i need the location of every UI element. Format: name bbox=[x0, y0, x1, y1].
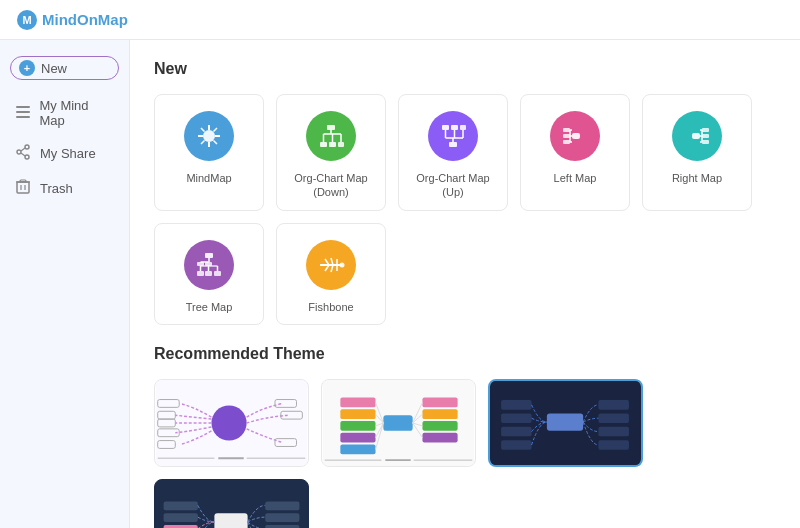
svg-rect-131 bbox=[265, 513, 299, 522]
svg-rect-125 bbox=[214, 513, 247, 528]
svg-rect-2 bbox=[16, 106, 30, 108]
svg-rect-26 bbox=[329, 142, 336, 147]
svg-rect-103 bbox=[422, 397, 457, 407]
theme-preview-2 bbox=[322, 380, 475, 466]
right-map-icon bbox=[672, 111, 722, 161]
theme-preview-1 bbox=[155, 380, 308, 466]
svg-rect-43 bbox=[563, 128, 570, 132]
svg-line-9 bbox=[21, 153, 25, 156]
svg-rect-104 bbox=[422, 409, 457, 419]
svg-rect-25 bbox=[320, 142, 327, 147]
new-section-title: New bbox=[154, 60, 776, 78]
left-map-icon bbox=[550, 111, 600, 161]
svg-rect-51 bbox=[702, 128, 709, 132]
svg-rect-61 bbox=[197, 271, 204, 276]
main-layout: + New My Mind Map My Share Trash New bbox=[0, 40, 800, 528]
svg-rect-115 bbox=[547, 413, 583, 430]
svg-rect-92 bbox=[383, 415, 412, 431]
map-card-tree-map[interactable]: Tree Map bbox=[154, 223, 264, 325]
sidebar-my-mind-map-label: My Mind Map bbox=[39, 98, 115, 128]
svg-rect-24 bbox=[327, 125, 335, 130]
svg-rect-95 bbox=[340, 421, 375, 431]
svg-rect-27 bbox=[338, 142, 344, 147]
svg-rect-36 bbox=[460, 125, 466, 130]
theme-card-dark-navy[interactable] bbox=[154, 479, 309, 528]
theme-card-light-purple[interactable] bbox=[154, 379, 309, 467]
svg-point-77 bbox=[340, 262, 345, 267]
svg-line-21 bbox=[214, 128, 218, 132]
sidebar-item-new[interactable]: + New bbox=[10, 56, 119, 80]
sidebar-item-trash[interactable]: Trash bbox=[0, 171, 129, 206]
svg-point-6 bbox=[17, 150, 21, 154]
map-card-right-map[interactable]: Right Map bbox=[642, 94, 752, 211]
svg-rect-63 bbox=[214, 271, 221, 276]
svg-rect-52 bbox=[702, 134, 709, 138]
tree-map-icon bbox=[184, 240, 234, 290]
map-card-fishbone[interactable]: Fishbone bbox=[276, 223, 386, 325]
content-area: New MindMap Org-Chart Map (Down) bbox=[130, 40, 800, 528]
svg-rect-94 bbox=[340, 409, 375, 419]
logo-text: MindOnMap bbox=[42, 11, 128, 28]
sidebar-my-share-label: My Share bbox=[40, 146, 96, 161]
svg-point-15 bbox=[203, 130, 215, 142]
svg-point-7 bbox=[25, 155, 29, 159]
svg-rect-10 bbox=[17, 182, 29, 193]
theme-preview-3 bbox=[490, 381, 641, 465]
sidebar-trash-label: Trash bbox=[40, 181, 73, 196]
svg-rect-45 bbox=[563, 140, 570, 144]
svg-rect-117 bbox=[501, 413, 532, 423]
tree-map-label: Tree Map bbox=[186, 300, 233, 314]
fishbone-icon bbox=[306, 240, 356, 290]
logo: M MindOnMap bbox=[16, 9, 128, 31]
theme-grid bbox=[154, 379, 776, 528]
svg-point-5 bbox=[25, 145, 29, 149]
svg-rect-62 bbox=[205, 271, 212, 276]
logo-icon: M bbox=[16, 9, 38, 31]
my-mind-map-icon bbox=[14, 104, 31, 123]
svg-line-75 bbox=[331, 265, 333, 272]
right-map-label: Right Map bbox=[672, 171, 722, 185]
my-share-icon bbox=[14, 144, 32, 163]
map-type-grid: MindMap Org-Chart Map (Down) Org-Chart M… bbox=[154, 94, 776, 325]
svg-rect-130 bbox=[265, 501, 299, 510]
svg-rect-119 bbox=[501, 440, 532, 450]
svg-rect-35 bbox=[451, 125, 458, 130]
mindmap-icon bbox=[184, 111, 234, 161]
map-card-org-chart-up[interactable]: Org-Chart Map (Up) bbox=[398, 94, 508, 211]
svg-rect-93 bbox=[340, 397, 375, 407]
theme-preview-4 bbox=[155, 480, 308, 528]
trash-icon bbox=[14, 179, 32, 198]
svg-line-22 bbox=[201, 141, 205, 145]
theme-section-title: Recommended Theme bbox=[154, 345, 776, 363]
svg-line-72 bbox=[331, 258, 333, 265]
org-chart-up-icon bbox=[428, 111, 478, 161]
theme-card-light-colorful[interactable] bbox=[321, 379, 476, 467]
svg-rect-118 bbox=[501, 427, 532, 437]
svg-rect-3 bbox=[16, 111, 30, 113]
svg-rect-58 bbox=[205, 253, 213, 258]
map-card-left-map[interactable]: Left Map bbox=[520, 94, 630, 211]
svg-rect-42 bbox=[572, 133, 580, 139]
svg-text:M: M bbox=[22, 14, 31, 26]
sidebar-item-my-share[interactable]: My Share bbox=[0, 136, 129, 171]
sidebar-item-my-mind-map[interactable]: My Mind Map bbox=[0, 90, 129, 136]
svg-rect-122 bbox=[598, 427, 629, 437]
org-chart-down-label: Org-Chart Map (Down) bbox=[287, 171, 375, 200]
header: M MindOnMap bbox=[0, 0, 800, 40]
svg-rect-106 bbox=[422, 433, 457, 443]
map-card-org-chart-down[interactable]: Org-Chart Map (Down) bbox=[276, 94, 386, 211]
svg-rect-105 bbox=[422, 421, 457, 431]
org-chart-down-icon bbox=[306, 111, 356, 161]
org-chart-up-label: Org-Chart Map (Up) bbox=[409, 171, 497, 200]
recommended-theme-section: Recommended Theme bbox=[154, 345, 776, 528]
svg-rect-53 bbox=[702, 140, 709, 144]
map-card-mindmap[interactable]: MindMap bbox=[154, 94, 264, 211]
svg-rect-116 bbox=[501, 400, 532, 410]
svg-rect-120 bbox=[598, 400, 629, 410]
sidebar-new-label: New bbox=[41, 61, 67, 76]
svg-line-8 bbox=[21, 148, 25, 151]
svg-point-79 bbox=[211, 405, 246, 440]
theme-card-dark-blue[interactable] bbox=[488, 379, 643, 467]
left-map-label: Left Map bbox=[554, 171, 597, 185]
fishbone-label: Fishbone bbox=[308, 300, 353, 314]
